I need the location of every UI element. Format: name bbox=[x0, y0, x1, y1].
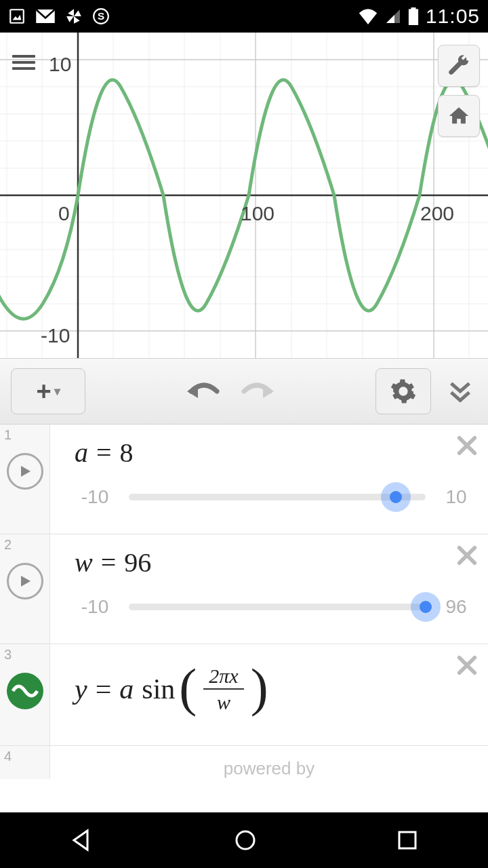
x-axis-tick-100: 100 bbox=[241, 202, 274, 225]
slider: -10 10 bbox=[75, 486, 473, 508]
close-icon bbox=[455, 544, 479, 567]
caret-down-icon: ▾ bbox=[54, 384, 60, 399]
android-status-bar: S 11:05 bbox=[0, 0, 488, 33]
menu-hamburger-icon[interactable] bbox=[12, 52, 35, 73]
svg-rect-0 bbox=[10, 9, 24, 23]
svg-marker-38 bbox=[21, 466, 30, 477]
home-icon bbox=[447, 104, 470, 127]
delete-row-button[interactable] bbox=[455, 654, 479, 679]
row-gutter: 1 bbox=[0, 425, 50, 534]
slider-thumb[interactable] bbox=[390, 491, 402, 503]
row-index-label: 3 bbox=[4, 647, 12, 663]
svg-marker-6 bbox=[386, 15, 394, 23]
x-axis-tick-0: 0 bbox=[58, 202, 70, 225]
row-index-label: 4 bbox=[4, 749, 12, 764]
undo-button[interactable] bbox=[186, 378, 222, 405]
x-axis-tick-200: 200 bbox=[420, 202, 454, 225]
expressions-list: 1 a=8 -10 10 2 bbox=[0, 425, 488, 779]
row-gutter: 4 bbox=[0, 746, 50, 779]
clock-text: 11:05 bbox=[426, 5, 480, 28]
redo-button[interactable] bbox=[239, 378, 275, 405]
expression-row: 1 a=8 -10 10 bbox=[0, 425, 488, 534]
slider-min-label[interactable]: -10 bbox=[75, 596, 115, 618]
slider-max-label[interactable]: 10 bbox=[439, 486, 473, 508]
slider-min-label[interactable]: -10 bbox=[75, 486, 115, 508]
home-button-nav[interactable] bbox=[232, 827, 259, 854]
row-body[interactable]: w=96 -10 96 bbox=[50, 534, 488, 644]
add-expression-button[interactable]: +▾ bbox=[11, 368, 85, 414]
function-color-swatch[interactable] bbox=[7, 673, 43, 709]
wave-icon bbox=[12, 683, 39, 699]
svg-marker-41 bbox=[21, 576, 30, 587]
play-slider-button[interactable] bbox=[7, 563, 43, 599]
row-body[interactable]: y = a sin ( 2πx w ) bbox=[50, 644, 488, 745]
collapse-chevrons-button[interactable] bbox=[443, 368, 477, 414]
mail-icon bbox=[35, 7, 56, 25]
wifi-icon bbox=[358, 8, 378, 24]
slider-max-label[interactable]: 96 bbox=[439, 596, 473, 618]
slider-track[interactable] bbox=[129, 604, 426, 610]
y-axis-tick-top: 10 bbox=[49, 53, 71, 76]
row-gutter: 3 bbox=[0, 644, 50, 745]
powered-by-text: powered by bbox=[50, 746, 488, 779]
svg-marker-46 bbox=[74, 831, 87, 850]
graph-canvas[interactable]: 10 -10 0 100 200 bbox=[0, 33, 488, 358]
svg-marker-37 bbox=[263, 384, 274, 398]
chevron-double-down-icon bbox=[447, 378, 474, 405]
expression-row: 3 y = a sin ( 2πx w ) bbox=[0, 644, 488, 746]
svg-marker-1 bbox=[13, 15, 22, 20]
slider: -10 96 bbox=[75, 596, 473, 618]
svg-marker-36 bbox=[187, 384, 198, 398]
android-nav-bar bbox=[0, 812, 488, 868]
plus-icon: + bbox=[36, 377, 51, 406]
home-button[interactable] bbox=[438, 95, 480, 137]
pinwheel-icon bbox=[65, 7, 83, 25]
gear-icon bbox=[390, 378, 417, 405]
row-index-label: 2 bbox=[4, 537, 12, 553]
svg-point-47 bbox=[237, 831, 254, 849]
settings-button[interactable] bbox=[375, 368, 431, 414]
y-axis-tick-bottom: -10 bbox=[41, 324, 70, 347]
row-body[interactable]: a=8 -10 10 bbox=[50, 425, 488, 534]
delete-row-button[interactable] bbox=[455, 434, 479, 460]
expression-row: 4 powered by bbox=[0, 746, 488, 779]
wrench-icon bbox=[447, 54, 470, 77]
back-button[interactable] bbox=[68, 827, 96, 854]
close-icon bbox=[455, 654, 479, 677]
svg-rect-8 bbox=[411, 7, 415, 10]
circle-s-icon: S bbox=[92, 7, 110, 25]
slider-track[interactable] bbox=[129, 494, 426, 500]
expression-row: 2 w=96 -10 96 bbox=[0, 534, 488, 644]
expression-text[interactable]: a=8 bbox=[75, 437, 473, 469]
svg-rect-7 bbox=[409, 9, 418, 25]
play-slider-button[interactable] bbox=[7, 453, 43, 490]
picture-icon bbox=[8, 7, 26, 25]
expression-toolbar: +▾ bbox=[0, 358, 488, 425]
slider-thumb[interactable] bbox=[420, 601, 432, 613]
row-gutter: 2 bbox=[0, 534, 50, 644]
expression-text[interactable]: w=96 bbox=[75, 547, 473, 578]
graph-svg bbox=[0, 33, 488, 358]
row-index-label: 1 bbox=[4, 427, 12, 443]
svg-text:S: S bbox=[98, 10, 104, 22]
wrench-button[interactable] bbox=[438, 45, 480, 87]
battery-icon bbox=[408, 7, 419, 25]
close-icon bbox=[455, 434, 479, 457]
expression-text[interactable]: y = a sin ( 2πx w ) bbox=[75, 665, 473, 713]
cell-signal-icon bbox=[385, 8, 401, 24]
delete-row-button[interactable] bbox=[455, 544, 479, 570]
svg-rect-48 bbox=[399, 832, 415, 848]
recent-apps-button[interactable] bbox=[395, 828, 420, 852]
